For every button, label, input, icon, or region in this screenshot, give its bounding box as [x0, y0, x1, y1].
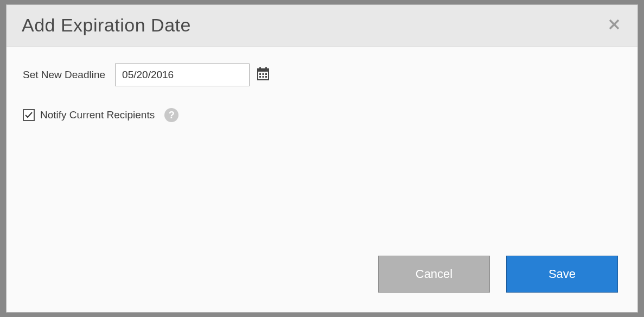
svg-rect-7 — [263, 73, 264, 75]
dialog-title: Add Expiration Date — [22, 15, 191, 36]
expiration-date-dialog: Add Expiration Date Set New Deadline — [6, 4, 638, 313]
calendar-icon[interactable] — [257, 67, 269, 83]
save-button[interactable]: Save — [506, 256, 618, 293]
svg-rect-5 — [265, 67, 267, 70]
svg-rect-4 — [259, 67, 261, 70]
help-icon[interactable]: ? — [164, 108, 178, 122]
deadline-label: Set New Deadline — [23, 69, 105, 81]
svg-rect-11 — [265, 76, 267, 78]
dialog-header: Add Expiration Date — [7, 5, 637, 47]
svg-rect-10 — [263, 76, 264, 78]
deadline-input[interactable] — [115, 64, 250, 86]
close-icon[interactable] — [606, 16, 622, 35]
svg-rect-9 — [259, 76, 261, 78]
notify-label: Notify Current Recipients — [40, 109, 155, 121]
cancel-button[interactable]: Cancel — [378, 256, 490, 293]
notify-row: Notify Current Recipients ? — [23, 108, 621, 122]
notify-checkbox[interactable] — [23, 109, 35, 121]
dialog-footer: Cancel Save — [7, 256, 637, 312]
deadline-row: Set New Deadline — [23, 64, 621, 86]
svg-rect-8 — [265, 73, 267, 75]
svg-rect-6 — [259, 73, 261, 75]
dialog-body: Set New Deadline — [7, 47, 637, 256]
